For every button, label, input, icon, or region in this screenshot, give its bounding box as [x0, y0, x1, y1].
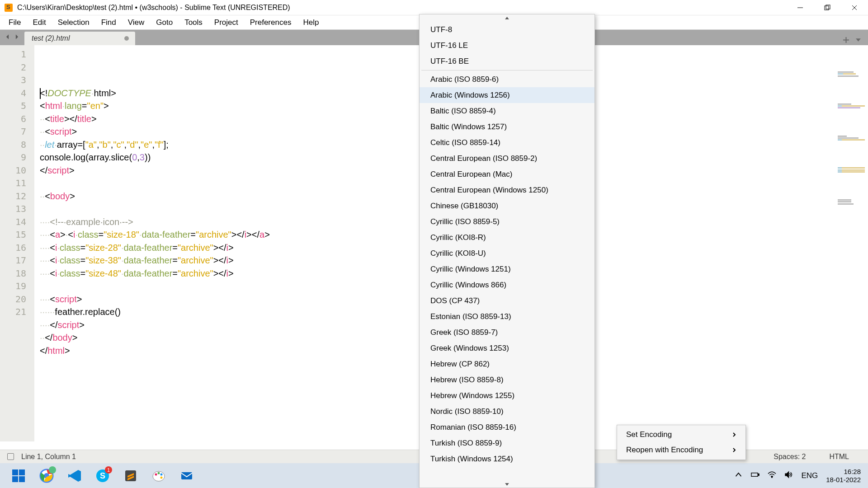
window-title: C:\Users\Kiran\Desktop\test (2).html • (… [17, 4, 290, 12]
encoding-item[interactable]: Estonian (ISO 8859-13) [420, 309, 594, 324]
line-number: 20 [0, 293, 34, 306]
tray-chevron-up-icon[interactable] [734, 470, 743, 481]
syntax-field[interactable]: HTML [817, 453, 861, 461]
file-tab[interactable]: test (2).html [24, 32, 135, 45]
encoding-item[interactable]: UTF-16 LE [420, 38, 594, 53]
maximize-button[interactable] [814, 0, 841, 15]
chrome-icon[interactable] [36, 465, 57, 486]
panel-toggle-icon[interactable] [7, 453, 14, 460]
vscode-icon[interactable] [64, 465, 85, 486]
menu-edit[interactable]: Edit [27, 16, 52, 29]
menu-tools[interactable]: Tools [179, 16, 208, 29]
menu-scroll-down-icon[interactable] [420, 480, 594, 488]
line-number: 1 [0, 48, 34, 61]
line-number: 3 [0, 74, 34, 87]
encoding-item[interactable]: UTF-8 [420, 22, 594, 38]
tab-prev-icon[interactable] [5, 33, 10, 42]
svg-text:S: S [100, 471, 105, 480]
encoding-item[interactable]: Cyrillic (KOI8-U) [420, 245, 594, 261]
svg-rect-10 [19, 476, 25, 482]
encoding-item[interactable]: Cyrillic (KOI8-R) [420, 230, 594, 245]
svg-rect-22 [751, 473, 758, 477]
line-number: 15 [0, 228, 34, 241]
line-number: 21 [0, 305, 34, 319]
encoding-item[interactable]: Hebrew (Windows 1255) [420, 388, 594, 404]
encoding-item[interactable]: Central European (ISO 8859-2) [420, 150, 594, 166]
language-indicator[interactable]: ENG [801, 471, 818, 480]
svg-rect-7 [12, 469, 18, 475]
volume-icon[interactable] [784, 470, 793, 481]
wifi-icon[interactable] [768, 470, 776, 481]
encoding-item[interactable]: Baltic (Windows 1257) [420, 119, 594, 135]
menu-view[interactable]: View [122, 16, 151, 29]
sublime-taskbar-icon[interactable] [120, 465, 141, 486]
line-number: 18 [0, 267, 34, 280]
encoding-item[interactable]: Turkish (ISO 8859-9) [420, 435, 594, 451]
encoding-submenu-item[interactable]: Reopen with Encoding [617, 442, 745, 458]
encoding-item[interactable]: Cyrillic (ISO 8859-5) [420, 214, 594, 230]
svg-point-24 [772, 477, 773, 478]
svg-rect-23 [759, 474, 760, 476]
encoding-item[interactable]: Central European (Windows 1250) [420, 182, 594, 198]
encoding-item[interactable]: Celtic (ISO 8859-14) [420, 135, 594, 150]
line-number: 16 [0, 241, 34, 254]
menu-file[interactable]: File [3, 16, 27, 29]
svg-point-18 [158, 472, 160, 474]
svg-rect-1 [825, 6, 829, 10]
menu-selection[interactable]: Selection [52, 16, 95, 29]
skype-icon[interactable]: S 1 [92, 465, 113, 486]
menu-scroll-up-icon[interactable] [420, 14, 594, 22]
encoding-item[interactable]: Chinese (GB18030) [420, 198, 594, 214]
close-button[interactable] [841, 0, 868, 15]
svg-rect-9 [12, 476, 18, 482]
minimap[interactable] [834, 45, 868, 77]
menu-find[interactable]: Find [95, 16, 122, 29]
encoding-submenu-item[interactable]: Set Encoding [617, 427, 745, 442]
encoding-item[interactable]: Central European (Mac) [420, 166, 594, 182]
mail-icon[interactable] [176, 465, 197, 486]
encoding-item[interactable]: Baltic (ISO 8859-4) [420, 103, 594, 119]
encoding-item[interactable]: Hebrew (CP 862) [420, 356, 594, 372]
encoding-item[interactable]: Greek (Windows 1253) [420, 340, 594, 356]
tab-dirty-indicator-icon [124, 36, 129, 41]
encoding-item[interactable]: Cyrillic (Windows 1251) [420, 261, 594, 277]
paint-icon[interactable] [148, 465, 169, 486]
menu-preferences[interactable]: Preferences [244, 16, 297, 29]
encoding-item[interactable]: DOS (CP 437) [420, 293, 594, 309]
encoding-item[interactable]: UTF-16 BE [420, 53, 594, 69]
encoding-item[interactable]: Turkish (Windows 1254) [420, 451, 594, 467]
chrome-badge [49, 466, 56, 474]
line-number: 11 [0, 177, 34, 190]
menu-goto[interactable]: Goto [150, 16, 179, 29]
tab-next-icon[interactable] [14, 33, 20, 42]
encoding-item[interactable]: Greek (ISO 8859-7) [420, 324, 594, 340]
start-button[interactable] [8, 465, 29, 486]
cursor-position[interactable]: Line 1, Column 1 [21, 453, 76, 461]
encoding-item[interactable]: Arabic (ISO 8859-6) [420, 71, 594, 87]
encoding-item[interactable]: Hebrew (ISO 8859-8) [420, 372, 594, 388]
svg-rect-6 [843, 39, 849, 40]
tab-dropdown-icon[interactable] [855, 37, 862, 45]
minimize-button[interactable] [787, 0, 814, 15]
line-number: 4 [0, 87, 34, 100]
line-number: 12 [0, 190, 34, 203]
line-number-gutter: 123456789101112131415161718192021 [0, 45, 34, 441]
line-number: 14 [0, 216, 34, 229]
encoding-item[interactable]: Nordic (ISO 8859-10) [420, 404, 594, 419]
line-number: 7 [0, 125, 34, 138]
line-number: 13 [0, 202, 34, 216]
tab-label: test (2).html [32, 34, 70, 42]
menu-project[interactable]: Project [208, 16, 244, 29]
menu-help[interactable]: Help [297, 16, 325, 29]
battery-icon[interactable] [751, 470, 760, 481]
line-number: 9 [0, 151, 34, 164]
new-tab-icon[interactable] [843, 37, 849, 45]
encoding-item[interactable]: Romanian (ISO 8859-16) [420, 419, 594, 435]
encoding-item[interactable]: Cyrillic (Windows 866) [420, 277, 594, 293]
svg-rect-2 [826, 5, 830, 9]
encoding-item[interactable]: Arabic (Windows 1256) [420, 87, 594, 103]
clock-date: 18-01-2022 [826, 476, 861, 484]
system-clock[interactable]: 16:28 18-01-2022 [826, 468, 861, 484]
indentation-field[interactable]: Spaces: 2 [762, 453, 817, 461]
clock-time: 16:28 [826, 468, 861, 476]
